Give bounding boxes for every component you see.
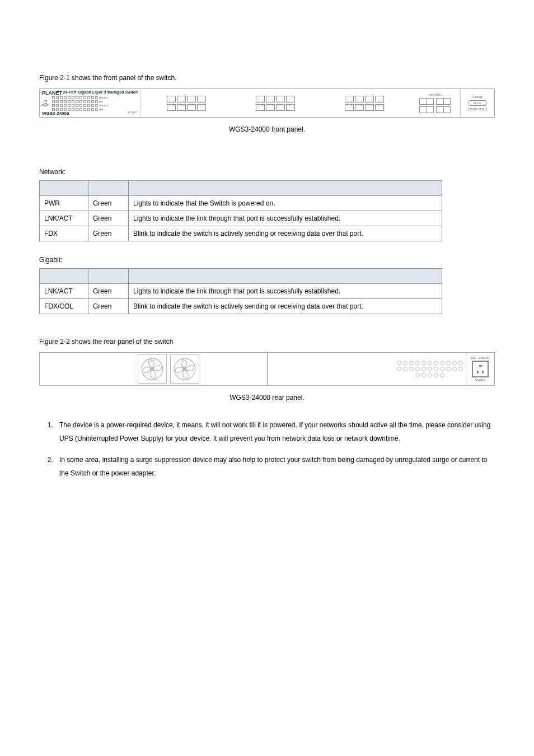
serial-port-icon <box>469 100 486 106</box>
frequency-label: 50/60Hz <box>475 379 486 382</box>
power-inlet: 100 ~ 240V AC 50/60Hz <box>466 353 494 385</box>
th-func: Function <box>129 269 442 284</box>
table-row: PWR Green Lights to indicate that the Sw… <box>40 196 442 211</box>
serial-settings-label: 115200, N, 8, 1 <box>468 108 487 111</box>
front-panel-left: PLANET 24-Port Gigabit Layer 3 Managed S… <box>40 89 140 117</box>
front-panel-console: Console 115200, N, 8, 1 <box>460 89 494 117</box>
fan-icon <box>138 354 167 384</box>
th-func: Function <box>129 181 442 196</box>
voltage-label: 100 ~ 240V AC <box>471 356 490 360</box>
brand-logo: PLANET <box>42 90 62 96</box>
sfp-label: mini-GBIC <box>428 93 441 96</box>
th-led: LED <box>40 181 88 196</box>
front-panel-figure: PLANET 24-Port Gigabit Layer 3 Managed S… <box>39 88 495 118</box>
divider-line <box>267 353 268 386</box>
gigabit-led-table: LED Color Function LNK/ACT Green Lights … <box>39 268 442 314</box>
fan-icon <box>170 354 199 384</box>
figure-2-2-intro: Figure 2-2 shows the rear panel of the s… <box>39 337 495 347</box>
table-row: LNK/ACT Green Lights to indicate the lin… <box>40 211 442 226</box>
figure-2-1-intro: Figure 2-1 shows the front panel of the … <box>39 73 495 83</box>
notes-list: The device is a power-required device, i… <box>39 418 495 480</box>
ac-socket-icon <box>472 361 489 377</box>
network-heading: Network: <box>39 168 495 176</box>
front-panel-sfp: mini-GBIC <box>410 89 460 117</box>
th-led: LED <box>40 269 88 284</box>
th-color: Color <box>88 269 129 284</box>
led-grid: LNK/ACT FDX LNK/ACT FDX <box>52 96 109 111</box>
table-row: LNK/ACT Green Lights to indicate the lin… <box>40 284 442 299</box>
th-color: Color <box>88 181 129 196</box>
console-label: Console <box>472 95 483 99</box>
front-panel-ports <box>140 89 410 117</box>
list-item: The device is a power-required device, i… <box>55 418 495 445</box>
page: Figure 2-1 shows the front panel of the … <box>0 0 534 521</box>
activity-label: ACTIVITY <box>128 111 138 116</box>
pwr-led-label: PWR <box>42 104 49 107</box>
network-led-table: LED Color Function PWR Green Lights to i… <box>39 180 442 241</box>
rear-panel-figure: 100 ~ 240V AC 50/60Hz <box>39 352 495 386</box>
fan-group <box>137 353 200 385</box>
figure-2-1-caption: WGS3-24000 front panel. <box>39 125 495 133</box>
vent-holes <box>394 358 466 380</box>
model-label: WGS3-24000 <box>42 111 69 116</box>
device-title: 24-Port Gigabit Layer 3 Managed Switch <box>63 90 138 94</box>
list-item: In some area, installing a surge suppres… <box>55 453 495 480</box>
table-row: FDX/COL Green Blink to indicate the swit… <box>40 299 442 314</box>
gigabit-heading: Gigabit: <box>39 256 495 264</box>
figure-2-2-caption: WGS3-24000 rear panel. <box>39 394 495 402</box>
table-row: FDX Green Blink to indicate the switch i… <box>40 226 442 241</box>
